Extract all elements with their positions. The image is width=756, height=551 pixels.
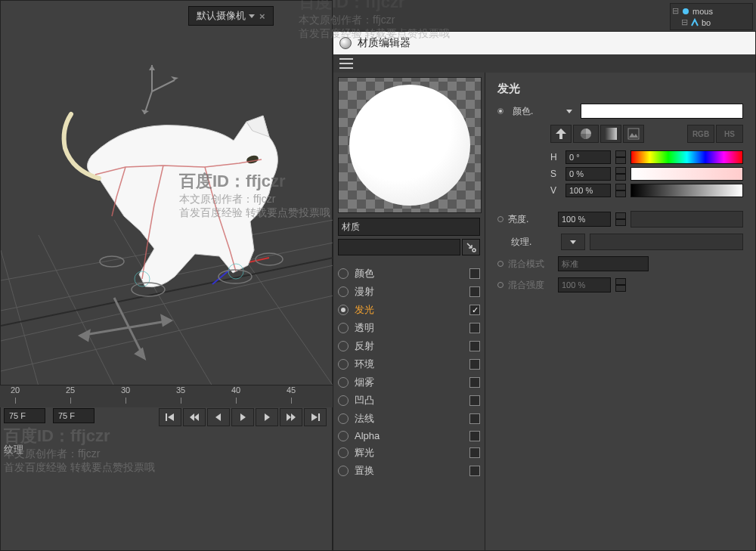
channel-label[interactable]: 颜色 <box>355 267 463 280</box>
channel-label[interactable]: 反射 <box>355 339 463 353</box>
channel-checkbox[interactable] <box>469 323 480 333</box>
menu-icon[interactable] <box>339 58 353 69</box>
texture-dropdown[interactable] <box>561 234 585 250</box>
material-editor-titlebar[interactable]: 材质编辑器 <box>333 32 755 54</box>
anim-dot[interactable] <box>497 216 503 222</box>
brightness-input[interactable] <box>558 212 611 227</box>
channel-radio[interactable] <box>338 377 349 388</box>
channel-label[interactable]: 漫射 <box>355 285 463 299</box>
svg-line-4 <box>1 250 39 386</box>
channel-label[interactable]: 烟雾 <box>355 376 463 389</box>
chevron-down-icon[interactable] <box>564 106 575 116</box>
shader-select[interactable] <box>338 239 460 255</box>
channel-radio[interactable] <box>338 395 349 406</box>
channel-checkbox[interactable] <box>469 395 480 406</box>
svg-marker-20 <box>162 316 171 325</box>
channel-displacement[interactable]: 置换 <box>338 462 480 480</box>
channel-radio[interactable] <box>338 447 349 458</box>
channel-label[interactable]: 凹凸 <box>355 394 463 407</box>
next-frame-button[interactable] <box>256 408 278 426</box>
channel-radio[interactable] <box>338 413 349 424</box>
channel-radio[interactable] <box>338 268 349 279</box>
svg-marker-12 <box>171 76 178 80</box>
material-name-input[interactable] <box>338 218 480 236</box>
goto-start-button[interactable] <box>159 408 181 426</box>
channel-fog[interactable]: 烟雾 <box>338 373 480 392</box>
channel-transparency[interactable]: 透明 <box>338 319 480 337</box>
channel-checkbox[interactable] <box>469 359 480 370</box>
frame-start-input[interactable] <box>4 408 45 423</box>
brightness-slider[interactable] <box>631 211 743 228</box>
channel-checkbox[interactable] <box>469 377 480 388</box>
channel-alpha[interactable]: Alpha <box>338 428 480 444</box>
channel-luminance[interactable]: 发光✓ <box>338 301 480 319</box>
channel-label[interactable]: 辉光 <box>355 446 463 460</box>
channel-checkbox[interactable] <box>469 286 480 297</box>
channel-reflection[interactable]: 反射 <box>338 337 480 355</box>
h-input[interactable] <box>565 150 611 164</box>
hierarchy-item[interactable]: ⊟ bo <box>672 17 751 28</box>
channel-label[interactable]: Alpha <box>355 430 463 441</box>
next-key-button[interactable] <box>280 408 302 426</box>
channel-normal[interactable]: 法线 <box>338 410 480 428</box>
model-mouse[interactable] <box>57 84 299 311</box>
material-preview[interactable] <box>338 77 482 213</box>
goto-end-button[interactable] <box>304 408 327 426</box>
channel-radio[interactable] <box>338 286 349 297</box>
h-slider[interactable] <box>631 150 743 164</box>
eyedropper-icon[interactable] <box>550 125 572 143</box>
channel-radio[interactable] <box>338 341 349 351</box>
hierarchy-item[interactable]: ⊟ mous <box>672 5 751 17</box>
channel-checkbox[interactable]: ✓ <box>469 305 480 315</box>
channel-radio[interactable] <box>338 305 349 315</box>
s-input[interactable] <box>565 167 611 181</box>
channel-radio[interactable] <box>338 323 349 333</box>
brightness-stepper[interactable] <box>615 212 626 226</box>
s-slider[interactable] <box>631 167 743 181</box>
anim-dot[interactable] <box>497 108 503 114</box>
channel-checkbox[interactable] <box>469 341 480 351</box>
color-wheel-icon[interactable] <box>573 125 599 143</box>
channel-environment[interactable]: 环境 <box>338 355 480 373</box>
v-input[interactable] <box>565 184 611 197</box>
prev-frame-button[interactable] <box>207 408 230 426</box>
channel-color[interactable]: 颜色 <box>338 265 480 283</box>
object-hierarchy[interactable]: ⊟ mous ⊟ bo <box>670 3 753 30</box>
channel-label[interactable]: 环境 <box>355 358 463 371</box>
camera-close-icon[interactable]: × <box>259 11 265 22</box>
channel-checkbox[interactable] <box>469 431 480 441</box>
s-stepper[interactable] <box>615 167 626 181</box>
channel-diffuse[interactable]: 漫射 <box>338 283 480 301</box>
channel-radio[interactable] <box>338 359 349 370</box>
channel-checkbox[interactable] <box>469 447 480 458</box>
rgb-mode-button[interactable]: RGB <box>687 125 714 143</box>
channel-label[interactable]: 发光 <box>355 303 463 317</box>
channel-radio[interactable] <box>338 431 349 441</box>
channel-label[interactable]: 法线 <box>355 412 463 426</box>
tick: 35 <box>176 385 185 395</box>
image-icon[interactable] <box>623 125 644 143</box>
texture-tab[interactable]: 纹理 <box>4 443 23 457</box>
v-slider[interactable] <box>631 184 743 197</box>
prev-key-button[interactable] <box>183 408 206 426</box>
shader-picker-button[interactable] <box>462 239 480 255</box>
svg-marker-37 <box>265 413 270 421</box>
channel-bump[interactable]: 凹凸 <box>338 392 480 410</box>
channel-checkbox[interactable] <box>469 268 480 279</box>
gradient-icon[interactable] <box>600 125 621 143</box>
channel-checkbox[interactable] <box>469 413 480 424</box>
color-swatch[interactable] <box>581 104 743 119</box>
channel-label[interactable]: 透明 <box>355 321 463 335</box>
channel-checkbox[interactable] <box>469 466 480 476</box>
play-button[interactable] <box>231 408 254 426</box>
svg-marker-35 <box>215 413 221 421</box>
v-stepper[interactable] <box>615 184 626 197</box>
hsv-mode-button[interactable]: HS <box>716 125 743 143</box>
channel-radio[interactable] <box>338 466 349 476</box>
channel-label[interactable]: 置换 <box>355 464 463 478</box>
viewport[interactable]: 默认摄像机 × <box>0 0 333 551</box>
texture-field[interactable] <box>590 234 743 250</box>
channel-glow[interactable]: 辉光 <box>338 444 480 462</box>
frame-end-input[interactable] <box>53 408 94 423</box>
h-stepper[interactable] <box>615 150 626 164</box>
